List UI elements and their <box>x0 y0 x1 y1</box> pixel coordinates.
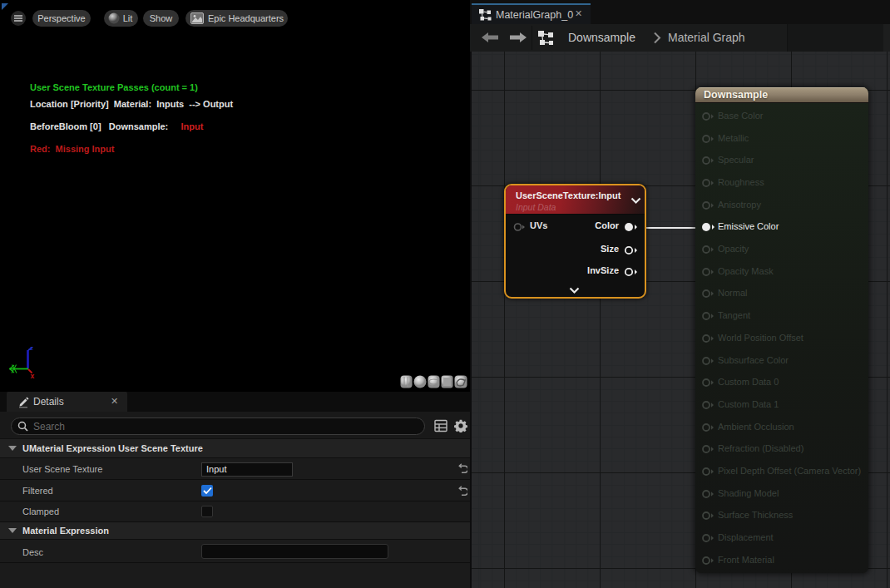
svg-text:x: x <box>31 372 35 380</box>
svg-text:z: z <box>30 344 33 352</box>
